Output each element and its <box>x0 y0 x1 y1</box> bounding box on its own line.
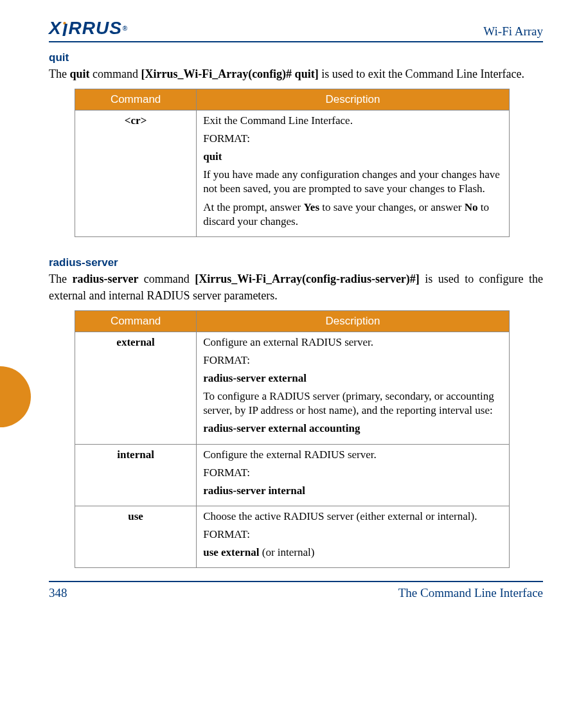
cmd-cell: external <box>75 332 197 444</box>
desc-cell: Exit the Command Line Interface. FORMAT:… <box>197 111 510 237</box>
page-number: 348 <box>49 586 67 600</box>
section-intro-quit: The quit command [Xirrus_Wi-Fi_Array(con… <box>49 66 543 82</box>
desc-cell: Configure an external RADIUS server. FOR… <box>197 332 510 444</box>
table-row: <cr> Exit the Command Line Interface. FO… <box>75 111 510 237</box>
table-row: external Configure an external RADIUS se… <box>75 332 510 444</box>
desc-cell: Choose the active RADIUS server (either … <box>197 506 510 567</box>
page-footer: 348 The Command Line Interface <box>49 581 543 600</box>
table-row: internal Configure the external RADIUS s… <box>75 444 510 506</box>
product-name: Wi-Fi Array <box>483 24 543 39</box>
cmd-cell: <cr> <box>75 111 197 237</box>
section-title-quit: quit <box>49 51 543 64</box>
table-row: use Choose the active RADIUS server (eit… <box>75 506 510 567</box>
cmd-cell: internal <box>75 444 197 506</box>
section-tab <box>0 366 31 427</box>
section-title-radius: radius-server <box>49 256 543 269</box>
section-intro-radius: The radius-server command [Xirrus_Wi-Fi_… <box>49 271 543 304</box>
th-command: Command <box>75 310 197 332</box>
th-command: Command <box>75 89 197 111</box>
cmd-cell: use <box>75 506 197 567</box>
table-quit: Command Description <cr> Exit the Comman… <box>75 89 510 237</box>
page-header: X●IRRUS® Wi-Fi Array <box>49 18 543 42</box>
brand-logo: X●IRRUS® <box>49 18 128 39</box>
th-description: Description <box>197 310 510 332</box>
footer-section: The Command Line Interface <box>398 586 543 600</box>
th-description: Description <box>197 89 510 111</box>
table-radius: Command Description external Configure a… <box>75 310 510 568</box>
desc-cell: Configure the external RADIUS server. FO… <box>197 444 510 506</box>
